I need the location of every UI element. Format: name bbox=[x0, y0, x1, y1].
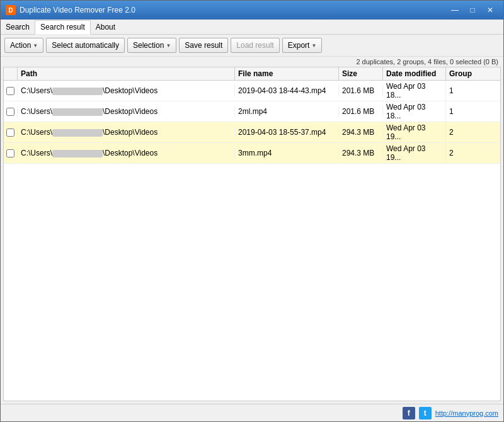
twitter-icon[interactable]: t bbox=[419, 407, 432, 419]
save-result-button[interactable]: Save result bbox=[179, 38, 228, 53]
close-button[interactable]: ✕ bbox=[482, 4, 498, 16]
path-blur-3 bbox=[52, 129, 103, 137]
row-date-3: Wed Apr 03 19... bbox=[383, 122, 446, 142]
path-blur-4 bbox=[52, 150, 103, 157]
row-group-4: 2 bbox=[446, 147, 500, 159]
path-prefix-3: C:\Users\ bbox=[21, 128, 52, 137]
row-filename-2: 2ml.mp4 bbox=[235, 106, 339, 117]
row-date-4: Wed Apr 03 19... bbox=[383, 143, 446, 163]
export-button[interactable]: Export ▼ bbox=[282, 38, 323, 53]
select-automatically-button[interactable]: Select automatically bbox=[46, 38, 125, 53]
table-row: C:\Users\ \Desktop\Videos 2ml.mp4 201.6 … bbox=[4, 101, 500, 122]
website-link[interactable]: http://manyprog.com bbox=[435, 409, 498, 417]
path-blur-1 bbox=[52, 88, 103, 95]
row-path-2: C:\Users\ \Desktop\Videos bbox=[18, 106, 235, 117]
table-row: C:\Users\ \Desktop\Videos 3mm.mp4 294.3 … bbox=[4, 143, 500, 164]
header-check bbox=[4, 67, 18, 80]
selection-dropdown-arrow: ▼ bbox=[166, 43, 171, 48]
menu-about[interactable]: About bbox=[91, 20, 120, 34]
menu-search-result[interactable]: Search result bbox=[35, 20, 91, 35]
minimize-button[interactable]: — bbox=[447, 4, 463, 16]
row-date-2: Wed Apr 03 18... bbox=[383, 101, 446, 122]
path-prefix-2: C:\Users\ bbox=[21, 107, 52, 116]
header-filename: File name bbox=[235, 67, 339, 80]
checkbox-4[interactable] bbox=[6, 149, 14, 157]
path-blur-2 bbox=[52, 108, 103, 116]
row-size-1: 201.6 MB bbox=[339, 85, 383, 96]
menu-bar: Search Search result About bbox=[1, 20, 503, 35]
table-row: C:\Users\ \Desktop\Videos 2019-04-03 18-… bbox=[4, 122, 500, 143]
checkbox-2[interactable] bbox=[6, 108, 14, 116]
path-suffix-2: \Desktop\Videos bbox=[103, 107, 158, 116]
row-path-3: C:\Users\ \Desktop\Videos bbox=[18, 127, 235, 138]
header-size: Size bbox=[339, 67, 383, 80]
path-suffix-3: \Desktop\Videos bbox=[103, 128, 158, 137]
selection-button[interactable]: Selection ▼ bbox=[127, 38, 176, 53]
header-path: Path bbox=[18, 67, 235, 80]
row-checkbox-4 bbox=[4, 147, 18, 159]
file-table: Path File name Size Date modified Group … bbox=[3, 67, 501, 401]
header-group: Group bbox=[446, 67, 500, 80]
row-size-3: 294.3 MB bbox=[339, 127, 383, 138]
menu-search[interactable]: Search bbox=[1, 20, 35, 34]
row-path-1: C:\Users\ \Desktop\Videos bbox=[18, 85, 235, 96]
table-body: C:\Users\ \Desktop\Videos 2019-04-03 18-… bbox=[4, 81, 500, 401]
row-filename-4: 3mm.mp4 bbox=[235, 147, 339, 159]
app-icon: D bbox=[6, 5, 16, 15]
toolbar: Action ▼ Select automatically Selection … bbox=[1, 35, 503, 57]
table-header: Path File name Size Date modified Group bbox=[4, 67, 500, 81]
titlebar: D Duplicate Video Remover Free 2.0 — □ ✕ bbox=[1, 1, 503, 20]
action-button[interactable]: Action ▼ bbox=[4, 38, 43, 53]
row-group-1: 1 bbox=[446, 85, 500, 96]
row-checkbox-1 bbox=[4, 85, 18, 97]
path-suffix-4: \Desktop\Videos bbox=[103, 149, 158, 157]
export-dropdown-arrow: ▼ bbox=[311, 43, 316, 48]
load-result-button[interactable]: Load result bbox=[231, 38, 279, 53]
row-filename-3: 2019-04-03 18-55-37.mp4 bbox=[235, 127, 339, 138]
row-group-3: 2 bbox=[446, 127, 500, 138]
window-controls: — □ ✕ bbox=[447, 4, 498, 16]
row-size-2: 201.6 MB bbox=[339, 106, 383, 117]
facebook-icon[interactable]: f bbox=[403, 407, 415, 419]
main-window: D Duplicate Video Remover Free 2.0 — □ ✕… bbox=[0, 0, 504, 422]
checkbox-1[interactable] bbox=[6, 87, 14, 95]
path-prefix-4: C:\Users\ bbox=[21, 149, 52, 157]
maximize-button[interactable]: □ bbox=[464, 4, 481, 16]
header-date: Date modified bbox=[383, 67, 446, 80]
row-group-2: 1 bbox=[446, 106, 500, 117]
action-dropdown-arrow: ▼ bbox=[33, 43, 38, 48]
status-bar: 2 duplicates, 2 groups, 4 files, 0 selec… bbox=[1, 57, 503, 67]
row-path-4: C:\Users\ \Desktop\Videos bbox=[18, 147, 235, 159]
status-text: 2 duplicates, 2 groups, 4 files, 0 selec… bbox=[356, 58, 498, 66]
row-date-1: Wed Apr 03 18... bbox=[383, 81, 446, 101]
path-suffix-1: \Desktop\Videos bbox=[103, 86, 158, 95]
path-prefix-1: C:\Users\ bbox=[21, 86, 52, 95]
row-checkbox-3 bbox=[4, 127, 18, 139]
checkbox-3[interactable] bbox=[6, 128, 14, 137]
table-row: C:\Users\ \Desktop\Videos 2019-04-03 18-… bbox=[4, 81, 500, 101]
window-title: Duplicate Video Remover Free 2.0 bbox=[20, 6, 447, 14]
footer-bar: f t http://manyprog.com bbox=[1, 404, 503, 421]
row-filename-1: 2019-04-03 18-44-43.mp4 bbox=[235, 85, 339, 96]
row-size-4: 294.3 MB bbox=[339, 147, 383, 159]
row-checkbox-2 bbox=[4, 106, 18, 118]
